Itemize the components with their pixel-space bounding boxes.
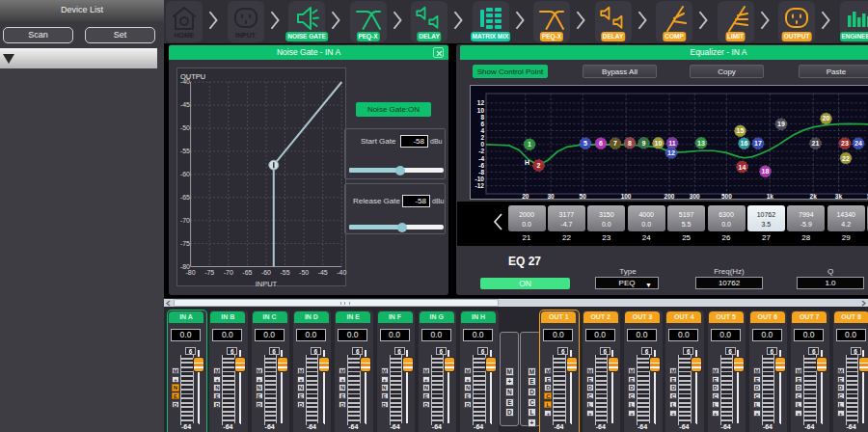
svg-text:19: 19 [777, 121, 785, 127]
svg-text:18: 18 [762, 168, 770, 175]
svg-text:H: H [525, 159, 529, 166]
svg-text:5: 5 [583, 140, 587, 147]
svg-text:10: 10 [655, 140, 663, 147]
svg-text:13: 13 [697, 140, 705, 147]
svg-text:12: 12 [667, 149, 675, 156]
svg-text:2: 2 [537, 162, 541, 169]
svg-text:8: 8 [628, 140, 632, 147]
svg-text:21: 21 [812, 140, 820, 147]
svg-text:16: 16 [741, 140, 748, 147]
svg-text:24: 24 [854, 140, 862, 147]
svg-text:6: 6 [599, 140, 603, 147]
svg-text:9: 9 [642, 140, 646, 147]
svg-text:7: 7 [613, 140, 617, 147]
svg-text:20: 20 [823, 115, 830, 122]
svg-text:14: 14 [739, 164, 746, 171]
svg-text:23: 23 [841, 140, 849, 147]
svg-text:15: 15 [737, 127, 745, 134]
svg-text:11: 11 [668, 140, 676, 147]
svg-text:1: 1 [528, 141, 531, 148]
svg-text:17: 17 [754, 140, 762, 147]
svg-text:22: 22 [842, 155, 850, 162]
